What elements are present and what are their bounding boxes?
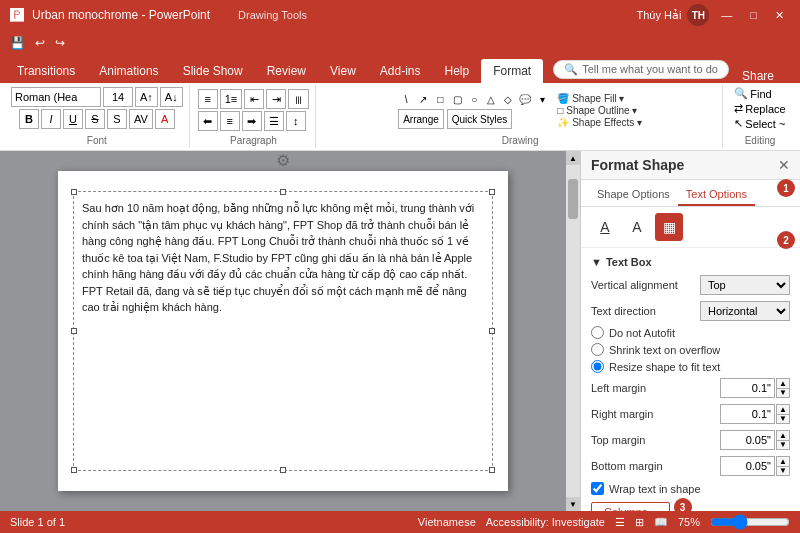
tab-slideshow[interactable]: Slide Show [171, 59, 255, 83]
save-quick-btn[interactable]: 💾 [8, 34, 27, 52]
text-outline-icon-btn[interactable]: A [623, 213, 651, 241]
tab-transitions[interactable]: Transitions [5, 59, 87, 83]
left-margin-down[interactable]: ▼ [776, 388, 790, 398]
handle-bm [280, 467, 286, 473]
triangle-shape[interactable]: △ [483, 91, 499, 107]
tab-format[interactable]: Format [481, 59, 543, 83]
vert-align-select[interactable]: Top [700, 275, 790, 295]
tab-text-options[interactable]: Text Options [678, 184, 755, 206]
wrap-text-row: Wrap text in shape [591, 479, 790, 498]
bottom-margin-value: ▲ ▼ [720, 456, 790, 476]
no-autofit-radio[interactable] [591, 326, 604, 339]
shape-outline-btn[interactable]: □ Shape Outline ▾ [557, 105, 642, 116]
diamond-shape[interactable]: ◇ [500, 91, 516, 107]
align-right-btn[interactable]: ➡ [242, 111, 262, 131]
tell-me-text: Tell me what you want to do [582, 63, 718, 75]
drawing-tools-label: Drawing Tools [238, 9, 307, 21]
shape-fill-btn[interactable]: 🪣 Shape Fill ▾ [557, 93, 642, 104]
callout-shape[interactable]: 💬 [517, 91, 533, 107]
top-margin-up[interactable]: ▲ [776, 430, 790, 440]
decrease-indent-btn[interactable]: ⇤ [244, 89, 264, 109]
tab-help[interactable]: Help [433, 59, 482, 83]
italic-btn[interactable]: I [41, 109, 61, 129]
left-margin-up[interactable]: ▲ [776, 378, 790, 388]
minimize-btn[interactable]: — [715, 7, 738, 23]
decrease-font-btn[interactable]: A↓ [160, 87, 183, 107]
redo-quick-btn[interactable]: ↪ [53, 34, 67, 52]
top-margin-input[interactable] [720, 430, 775, 450]
maximize-btn[interactable]: □ [744, 7, 763, 23]
replace-btn[interactable]: ⇄ Replace [734, 102, 785, 115]
shadow-btn[interactable]: S [107, 109, 127, 129]
right-margin-down[interactable]: ▼ [776, 414, 790, 424]
circle-shape[interactable]: ○ [466, 91, 482, 107]
bottom-margin-input[interactable] [720, 456, 775, 476]
increase-font-btn[interactable]: A↑ [135, 87, 158, 107]
text-fill-icon-btn[interactable]: A [591, 213, 619, 241]
view-slide-btn[interactable]: ⊞ [635, 516, 644, 529]
right-margin-input[interactable] [720, 404, 775, 424]
align-center-btn[interactable]: ≡ [220, 111, 240, 131]
font-group: A↑ A↓ B I U S S AV A Font [5, 85, 190, 148]
view-normal-btn[interactable]: ☰ [615, 516, 625, 529]
charspacing-btn[interactable]: AV [129, 109, 153, 129]
bullet-list-btn[interactable]: ≡ [198, 89, 218, 109]
bottom-margin-down[interactable]: ▼ [776, 466, 790, 476]
bold-btn[interactable]: B [19, 109, 39, 129]
bottom-margin-up[interactable]: ▲ [776, 456, 790, 466]
scroll-down-btn[interactable]: ▼ [566, 497, 580, 511]
find-btn[interactable]: 🔍 Find [734, 87, 771, 100]
columns-button[interactable]: Columns... [591, 502, 670, 511]
share-btn[interactable]: Share [742, 69, 774, 83]
top-margin-down[interactable]: ▼ [776, 440, 790, 450]
increase-indent-btn[interactable]: ⇥ [266, 89, 286, 109]
align-left-btn[interactable]: ⬅ [198, 111, 218, 131]
wrap-text-checkbox[interactable] [591, 482, 604, 495]
arrow-shape[interactable]: ↗ [415, 91, 431, 107]
columns-btn-container: Columns... 3 [591, 498, 670, 511]
vertical-scrollbar[interactable]: ▲ ▼ [566, 151, 580, 511]
columns-btn[interactable]: ⫼ [288, 89, 309, 109]
text-box-icon: ▦ [663, 219, 676, 235]
underline-btn[interactable]: U [63, 109, 83, 129]
select-btn[interactable]: ↖ Select ~ [734, 117, 785, 130]
view-reading-btn[interactable]: 📖 [654, 516, 668, 529]
text-dir-select[interactable]: Horizontal [700, 301, 790, 321]
text-box[interactable]: Sau hơn 10 năm hoạt động, bằng những nỗ … [73, 191, 493, 471]
strikethrough-btn[interactable]: S [85, 109, 105, 129]
zoom-slider[interactable] [710, 514, 790, 530]
main-area: ⚙ Sau hơn 10 năm hoạt động, bằng những n… [0, 151, 800, 511]
left-margin-input[interactable] [720, 378, 775, 398]
shape-effects-btn[interactable]: ✨ Shape Effects ▾ [557, 117, 642, 128]
panel-close-btn[interactable]: ✕ [778, 157, 790, 173]
rect-shape[interactable]: □ [432, 91, 448, 107]
tab-addins[interactable]: Add-ins [368, 59, 433, 83]
tab-review[interactable]: Review [255, 59, 318, 83]
text-box-icon-btn[interactable]: ▦ [655, 213, 683, 241]
line-spacing-btn[interactable]: ↕ [286, 111, 306, 131]
resize-radio[interactable] [591, 360, 604, 373]
tab-animations[interactable]: Animations [87, 59, 170, 83]
scroll-thumb[interactable] [568, 179, 578, 219]
fontcolor-btn[interactable]: A [155, 109, 175, 129]
slide-text-content: Sau hơn 10 năm hoạt động, bằng những nỗ … [82, 202, 474, 313]
tell-me-box[interactable]: 🔍 Tell me what you want to do [553, 60, 729, 79]
font-family-input[interactable] [11, 87, 101, 107]
more-shapes[interactable]: ▾ [534, 91, 550, 107]
quick-styles-btn[interactable]: Quick Styles [447, 109, 513, 129]
undo-quick-btn[interactable]: ↩ [33, 34, 47, 52]
shrink-radio[interactable] [591, 343, 604, 356]
arrange-btn[interactable]: Arrange [398, 109, 444, 129]
scroll-up-btn[interactable]: ▲ [566, 151, 580, 165]
numbered-list-btn[interactable]: 1≡ [220, 89, 243, 109]
font-size-input[interactable] [103, 87, 133, 107]
line-shape[interactable]: \ [398, 91, 414, 107]
close-btn[interactable]: ✕ [769, 7, 790, 24]
shapes-row: \ ↗ □ ▢ ○ △ ◇ 💬 ▾ [398, 91, 550, 107]
justify-btn[interactable]: ☰ [264, 111, 284, 131]
tab-view[interactable]: View [318, 59, 368, 83]
rounded-rect-shape[interactable]: ▢ [449, 91, 465, 107]
right-margin-up[interactable]: ▲ [776, 404, 790, 414]
text-box-header[interactable]: ▼ Text Box [591, 252, 790, 272]
tab-shape-options[interactable]: Shape Options [589, 184, 678, 206]
